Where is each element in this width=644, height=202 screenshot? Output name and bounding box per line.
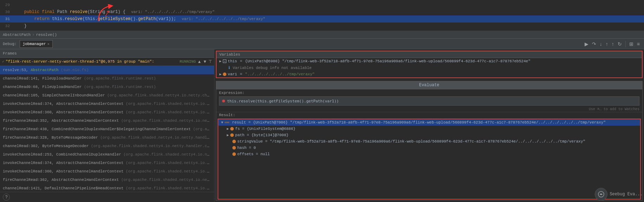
line-number: 31	[3, 17, 14, 21]
var-type-circle3	[232, 140, 236, 143]
stack-item-3[interactable]: channelRead:105, SimpleChannelInboundHan…	[0, 91, 214, 100]
stack-item-8[interactable]: fireChannelRead:328, ByteToMessageDecode…	[0, 133, 214, 142]
result-child-path[interactable]: ▶ path = {byte[134]@7008}	[218, 132, 640, 138]
settings-button[interactable]: ≡	[636, 40, 641, 48]
info-icon: ℹ	[228, 65, 230, 70]
expression-text: this.resolve(this.getFileSystem().getPat…	[227, 99, 339, 103]
frames-header: Frames	[0, 49, 214, 58]
breadcrumb-part1: AbstractPath	[3, 33, 31, 37]
stack-item-4[interactable]: invokeChannelRead:374, AbstractChannelHa…	[0, 100, 214, 108]
thread-selector[interactable]: ✓ "flink-rest-server-netty-worker-thread…	[0, 58, 214, 66]
variables-section: Variables ▶ = this = {UnixPath@6980} "/t…	[216, 51, 643, 78]
thread-up-button[interactable]: ▲	[197, 59, 201, 64]
result-child-hash-text: hash = 0	[237, 146, 256, 150]
var-item-this[interactable]: ▶ = this = {UnixPath@6980} "/tmp/flink-w…	[217, 58, 642, 64]
result-child-offsets-text: offsets = null	[237, 152, 270, 156]
result-child-expand[interactable]: ▶	[227, 127, 229, 131]
seebug-label: Seebug Eva...	[610, 192, 643, 197]
frames-label: Frames	[3, 51, 17, 56]
seebug-logo	[595, 188, 607, 201]
result-child-expand2[interactable]: ▶	[227, 133, 229, 137]
evaluate-button[interactable]: ↻	[616, 40, 623, 48]
result-expand-icon[interactable]: ▼	[221, 121, 223, 125]
resume-button[interactable]: ▶	[583, 40, 590, 48]
stack-item-14[interactable]: channelRead:1421, DefaultChannelPipeline…	[0, 184, 214, 192]
result-child-fs[interactable]: ▶ fs = {UnixFileSystem@6886}	[218, 126, 640, 132]
expand-icon-var1[interactable]: ▶	[219, 72, 221, 76]
thread-filter-button[interactable]: ⊤	[208, 59, 212, 64]
evaluate-section: Evaluate Expression: this.resolve(this.g…	[216, 81, 643, 201]
var-type-circle2	[230, 133, 234, 137]
result-child-path-text: path = {byte[134]@7008}	[235, 133, 289, 137]
seebug-area: Seebug Eva...	[595, 188, 643, 201]
infinity-icon: ∞∞	[225, 120, 229, 125]
stack-item-12[interactable]: invokeChannelRead:360, AbstractChannelHa…	[0, 167, 214, 176]
code-line-32: 32 }	[0, 23, 644, 30]
main-area: Frames ✓ "flink-rest-server-netty-worker…	[0, 49, 644, 202]
breadcrumb: AbstractPath › resolve()	[0, 31, 644, 39]
stack-item-5[interactable]: invokeChannelRead:360, AbstractChannelHa…	[0, 108, 214, 116]
run-to-cursor-button[interactable]: ↑	[610, 40, 616, 48]
evaluate-title: Evaluate	[419, 83, 439, 88]
variables-label: Variables	[219, 52, 240, 57]
var-name-this: this	[228, 59, 237, 63]
expression-input[interactable]: this.resolve(this.getFileSystem().getPat…	[219, 96, 639, 106]
var-equals-var1: =	[240, 72, 242, 76]
code-line-31: 31 return this.resolve(this.getFileSyste…	[0, 15, 644, 23]
tab-label: jobmanager	[23, 42, 46, 46]
debug-label: Debug:	[3, 42, 17, 46]
step-over-button[interactable]: ↷	[591, 40, 598, 48]
debug-tab-jobmanager[interactable]: jobmanager ✕	[20, 40, 53, 48]
breakpoint-dot	[222, 100, 225, 102]
var-value-var1: "../../../../../../tmp/veraxy"	[245, 72, 315, 76]
stack-item-11[interactable]: invokeChannelRead:374, AbstractChannelHa…	[0, 159, 214, 167]
shortcut-hint: Use ⌘⎵ to add to Watches	[216, 106, 642, 112]
right-panel: Variables ▶ = this = {UnixPath@6980} "/t…	[214, 49, 644, 202]
var-item-var1[interactable]: ▶ var1 = "../../../../../../tmp/veraxy"	[217, 71, 642, 77]
thread-checkbox-icon: ✓	[2, 59, 4, 64]
thread-down-button[interactable]: ▼	[203, 59, 207, 64]
stack-list[interactable]: resolve:53, AbstractPath (sun.nio.fs) ch…	[0, 66, 214, 192]
stack-item-10[interactable]: invokeChannelRead:253, CombinedChannelDu…	[0, 150, 214, 159]
step-into-button[interactable]: ↓	[598, 40, 604, 48]
code-line-30: 30 public final Path resolve(String var1…	[0, 8, 644, 15]
var-type-circle	[223, 72, 226, 76]
var-debug-info: ℹ Variables debug info not available	[217, 64, 642, 71]
breadcrumb-part2: resolve()	[36, 33, 57, 37]
stack-item-2[interactable]: channelRead0:68, FileUploadHandler (org.…	[0, 83, 214, 91]
evaluate-header: Evaluate	[216, 81, 642, 89]
close-tab-icon[interactable]: ✕	[47, 42, 50, 46]
var-type-circle	[230, 127, 234, 131]
thread-name: "flink-rest-server-netty-worker-thread-1…	[6, 59, 178, 64]
stack-item-13[interactable]: fireChannelRead:362, AbstractChannelHand…	[0, 176, 214, 184]
result-top-item[interactable]: ▼ ∞∞ result = {UnixPath@7006} "/tmp/flin…	[218, 119, 640, 126]
stack-item-6[interactable]: fireChannelRead:352, AbstractChannelHand…	[0, 116, 214, 125]
step-out-button[interactable]: ↑	[604, 40, 610, 48]
variables-header: Variables	[217, 51, 642, 58]
stack-item-7[interactable]: fireChannelRead:438, CombinedChannelDupl…	[0, 125, 214, 133]
line-number: 30	[3, 10, 14, 14]
var-name-var1: var1	[228, 72, 237, 76]
stack-item-0[interactable]: resolve:53, AbstractPath (sun.nio.fs)	[0, 66, 214, 74]
var-hint-31: var1: "../../../../../../tmp/veraxy"	[182, 17, 265, 21]
stack-item-1[interactable]: channelRead:141, FileUploadHandler (org.…	[0, 74, 214, 83]
expand-icon[interactable]: ▶	[219, 59, 221, 63]
result-child-name: fs = {UnixFileSystem@6886}	[235, 127, 296, 131]
result-child-hash[interactable]: hash = 0	[218, 145, 640, 151]
toolbar-separator	[625, 41, 626, 47]
debug-toolbar: Debug: jobmanager ✕ ▶ ↷ ↓ ↑ ↑ ↻ ⊞ ≡	[0, 39, 644, 49]
help-button[interactable]: ?	[3, 194, 10, 201]
line-number: 29	[3, 3, 14, 7]
var-type-circle4	[232, 146, 236, 150]
bottom-help-area: ?	[0, 192, 214, 202]
result-child-stringvalue[interactable]: stringValue = "/tmp/flink-web-3f52a718-a…	[218, 138, 640, 145]
stack-item-9[interactable]: channelRead:302, ByteToMessageDecoder (o…	[0, 142, 214, 150]
var-type-circle5	[232, 152, 236, 156]
line-number: 32	[3, 24, 14, 28]
debug-info-text: Variables debug info not available	[233, 66, 311, 70]
expression-label: Expression:	[216, 89, 642, 96]
var-type-icon: =	[223, 59, 226, 63]
thread-status: RUNNING	[180, 59, 196, 64]
result-child-offsets[interactable]: offsets = null	[218, 151, 640, 157]
grid-view-button[interactable]: ⊞	[628, 40, 635, 48]
